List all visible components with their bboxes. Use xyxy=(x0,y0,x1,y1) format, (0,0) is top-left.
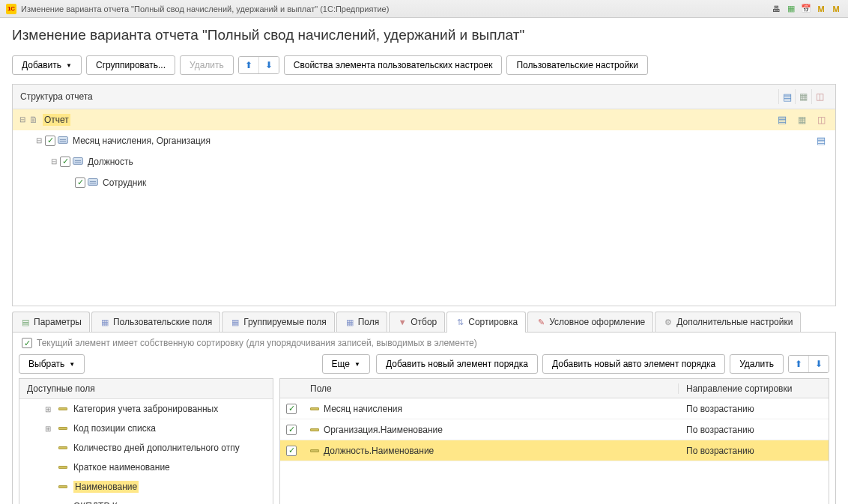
tab-fields[interactable]: ▦Поля xyxy=(336,312,388,332)
sort-row[interactable]: ✓ Организация.Наименование По возрастани… xyxy=(280,419,829,440)
checkbox-icon[interactable]: ✓ xyxy=(286,446,297,456)
structure-header: Структура отчета ▤ ▦ ◫ xyxy=(13,85,835,109)
avail-field-row[interactable]: ⊞Код позиции списка xyxy=(19,419,273,438)
field-icon xyxy=(310,428,319,431)
params-icon: ▤ xyxy=(20,317,31,327)
sort-sub-toolbar: Выбрать▼ Еще▼ Добавить новый элемент пор… xyxy=(19,354,829,378)
col-field-header: Поле xyxy=(303,383,679,394)
sort-row[interactable]: ✓ Месяц начисления По возрастанию xyxy=(280,398,829,419)
checkbox-icon[interactable]: ✓ xyxy=(286,425,297,435)
field-icon xyxy=(58,427,67,430)
collapse-icon[interactable]: ⊟ xyxy=(49,157,59,166)
m-icon-1[interactable]: M xyxy=(815,3,827,15)
add-sort-element-button[interactable]: Добавить новый элемент порядка xyxy=(376,354,538,374)
header-grid-icon[interactable]: ▦ xyxy=(795,89,811,104)
structure-panel: Структура отчета ▤ ▦ ◫ ⊟ 🗎 Отчет ▤ ▦ ◫ ⊟… xyxy=(12,84,836,306)
tree-node-employee[interactable]: ⊟ ✓ Сотрудник xyxy=(13,172,835,193)
row-chart-icon[interactable]: ◫ xyxy=(811,112,831,127)
field-icon xyxy=(58,446,67,449)
group-button[interactable]: Сгруппировать... xyxy=(86,55,175,75)
group-icon xyxy=(73,157,83,165)
group-fields-icon: ▦ xyxy=(230,317,240,327)
avail-field-row[interactable]: ⊞Количество дней дополнительного отпу xyxy=(19,438,273,458)
move-buttons: ⬆ ⬇ xyxy=(238,56,279,74)
sort-move-buttons: ⬆ ⬇ xyxy=(788,355,829,373)
checkbox-icon[interactable]: ✓ xyxy=(75,177,85,188)
tree-empty-area xyxy=(13,193,835,306)
print-icon[interactable]: 🖶 xyxy=(770,3,782,15)
header-db-icon[interactable]: ▤ xyxy=(778,89,795,104)
sort-row-selected[interactable]: ✓ Должность.Наименование По возрастанию xyxy=(280,440,829,461)
tab-parameters[interactable]: ▤Параметры xyxy=(12,312,90,332)
sort-direction[interactable]: По возрастанию xyxy=(679,404,829,414)
select-button[interactable]: Выбрать▼ xyxy=(19,354,85,374)
add-auto-sort-button[interactable]: Добавить новый авто элемент порядка xyxy=(542,354,725,374)
window-title: Изменение варианта отчета "Полный свод н… xyxy=(21,4,766,13)
avail-field-row[interactable]: ⊞ОКПДТР Категория xyxy=(19,497,273,504)
user-settings-button[interactable]: Пользовательские настройки xyxy=(506,55,648,75)
expand-icon[interactable]: ⊞ xyxy=(43,405,52,413)
settings-tabs: ▤Параметры ▦Пользовательские поля ▦Групп… xyxy=(12,312,836,333)
collapse-icon[interactable]: ⊟ xyxy=(17,115,28,124)
tab-conditional[interactable]: ✎Условное оформление xyxy=(527,312,653,332)
field-icon xyxy=(58,485,67,488)
delete-sort-button[interactable]: Удалить xyxy=(730,354,784,374)
window-titlebar: 1C Изменение варианта отчета "Полный сво… xyxy=(0,0,848,18)
avail-field-row-selected[interactable]: ⊞Наименование xyxy=(19,477,273,497)
expand-icon[interactable]: ⊞ xyxy=(43,425,52,433)
col-direction-header: Направление сортировки xyxy=(679,383,829,394)
arrow-up-icon: ⬆ xyxy=(245,60,252,70)
structure-tree: ⊟ 🗎 Отчет ▤ ▦ ◫ ⊟ ✓ Месяц начисления, Ор… xyxy=(13,109,835,306)
app-logo-icon: 1C xyxy=(6,4,16,14)
move-down-button[interactable]: ⬇ xyxy=(259,57,279,73)
own-sort-row: ✓ Текущий элемент имеет собственную сорт… xyxy=(19,336,829,354)
avail-field-row[interactable]: ⊞Краткое наименование xyxy=(19,458,273,477)
own-sort-checkbox[interactable]: ✓ xyxy=(22,338,32,348)
tree-node-month-org[interactable]: ⊟ ✓ Месяц начисления, Организация ▤ xyxy=(13,130,835,151)
avail-field-row[interactable]: ⊞Категория учета забронированных xyxy=(19,399,273,419)
own-sort-label: Текущий элемент имеет собственную сортир… xyxy=(37,338,477,348)
element-props-button[interactable]: Свойства элемента пользовательских настр… xyxy=(284,55,503,75)
more-button[interactable]: Еще▼ xyxy=(322,354,370,374)
row-db-icon[interactable]: ▤ xyxy=(772,112,792,127)
calc-icon[interactable]: ▦ xyxy=(785,3,797,15)
checkbox-icon[interactable]: ✓ xyxy=(45,136,55,146)
sort-move-up-button[interactable]: ⬆ xyxy=(789,356,809,372)
add-button[interactable]: Добавить▼ xyxy=(12,55,82,75)
group-icon xyxy=(58,136,68,144)
tab-extra[interactable]: ⚙Дополнительные настройки xyxy=(655,312,801,332)
calendar-icon[interactable]: 📅 xyxy=(800,3,812,15)
delete-button[interactable]: Удалить xyxy=(180,55,234,75)
tab-group-fields[interactable]: ▦Группируемые поля xyxy=(222,312,334,332)
tree-node-position[interactable]: ⊟ ✓ Должность xyxy=(13,151,835,172)
tree-label: Сотрудник xyxy=(100,177,146,188)
main-toolbar: Добавить▼ Сгруппировать... Удалить ⬆ ⬇ С… xyxy=(0,49,848,81)
row-db-icon[interactable]: ▤ xyxy=(811,133,831,148)
sort-split: Доступные поля ⊞Категория учета забронир… xyxy=(19,378,829,504)
sort-icon: ⇅ xyxy=(455,317,465,327)
move-up-button[interactable]: ⬆ xyxy=(239,57,259,73)
structure-title: Структура отчета xyxy=(20,91,93,102)
field-icon xyxy=(310,449,319,452)
titlebar-controls: 🖶 ▦ 📅 M M xyxy=(770,3,842,15)
arrow-up-icon: ⬆ xyxy=(795,359,802,369)
group-icon xyxy=(88,178,98,186)
fields-icon: ▦ xyxy=(345,317,355,327)
m-icon-2[interactable]: M xyxy=(830,3,842,15)
sort-direction[interactable]: По возрастанию xyxy=(679,446,829,456)
sort-direction[interactable]: По возрастанию xyxy=(679,425,829,435)
checkbox-icon[interactable]: ✓ xyxy=(60,157,70,167)
conditional-icon: ✎ xyxy=(536,317,546,327)
tree-node-report[interactable]: ⊟ 🗎 Отчет ▤ ▦ ◫ xyxy=(13,109,835,130)
tab-sorting[interactable]: ⇅Сортировка xyxy=(446,312,526,332)
collapse-icon[interactable]: ⊟ xyxy=(34,136,44,145)
field-icon xyxy=(310,407,319,410)
tab-user-fields[interactable]: ▦Пользовательские поля xyxy=(91,312,220,332)
tab-filter[interactable]: ▼Отбор xyxy=(389,312,445,332)
page-header: Изменение варианта отчета "Полный свод н… xyxy=(0,18,848,49)
row-grid-icon[interactable]: ▦ xyxy=(792,112,811,127)
checkbox-icon[interactable]: ✓ xyxy=(286,404,297,414)
sort-move-down-button[interactable]: ⬇ xyxy=(809,356,829,372)
tree-label: Должность xyxy=(85,157,133,167)
header-chart-icon[interactable]: ◫ xyxy=(811,89,828,104)
